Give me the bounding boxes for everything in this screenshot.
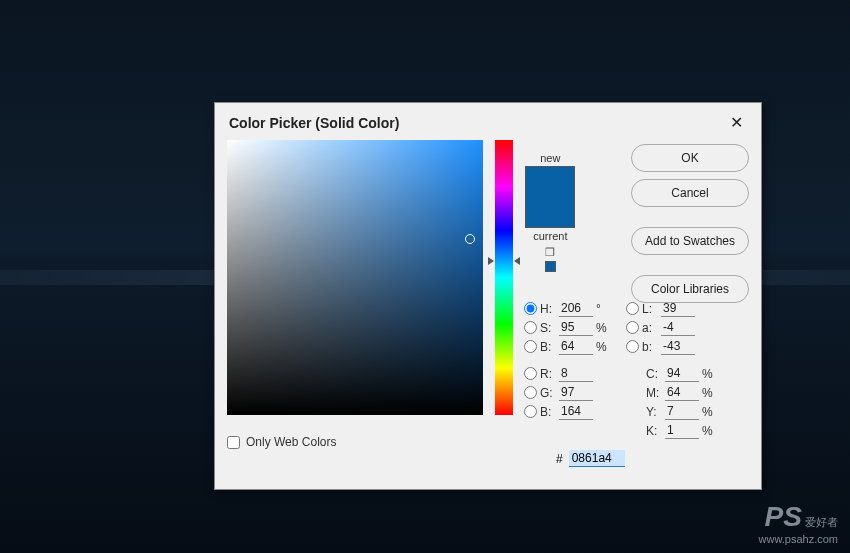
g-radio[interactable] — [524, 386, 537, 399]
c-input[interactable] — [665, 365, 699, 382]
b-input[interactable] — [661, 338, 695, 355]
c-field[interactable]: C:% — [626, 365, 742, 382]
r-field[interactable]: R: — [524, 365, 626, 382]
new-label: new — [540, 152, 560, 164]
l-radio[interactable] — [626, 302, 639, 315]
color-libraries-button[interactable]: Color Libraries — [631, 275, 749, 303]
swatch-current[interactable] — [526, 197, 574, 227]
swatch-preview — [525, 166, 575, 228]
watermark-logo: PS — [765, 501, 802, 532]
a-field[interactable]: a: — [626, 319, 742, 336]
cancel-button[interactable]: Cancel — [631, 179, 749, 207]
hue-field[interactable]: H:° — [524, 300, 626, 317]
a-radio[interactable] — [626, 321, 639, 334]
g-field[interactable]: G: — [524, 384, 626, 401]
hash-label: # — [556, 452, 563, 466]
k-input[interactable] — [665, 422, 699, 439]
l-field[interactable]: L: — [626, 300, 742, 317]
hue-input[interactable] — [559, 300, 593, 317]
only-web-checkbox-input[interactable] — [227, 436, 240, 449]
hue-slider[interactable] — [495, 140, 513, 415]
websafe-swatch[interactable] — [545, 261, 556, 272]
b-radio[interactable] — [626, 340, 639, 353]
saturation-brightness-field[interactable] — [227, 140, 483, 415]
only-web-colors-checkbox[interactable]: Only Web Colors — [227, 435, 513, 449]
r-input[interactable] — [559, 365, 593, 382]
b-field[interactable]: b: — [626, 338, 742, 355]
watermark-url: www.psahz.com — [759, 533, 838, 545]
current-label: current — [533, 230, 567, 242]
m-field[interactable]: M:% — [626, 384, 742, 401]
cube-icon[interactable]: ❒ — [545, 246, 555, 259]
color-value-fields: H:° L: S:% a: B:% b: R: C:% G: M:% B: Y:… — [524, 300, 749, 439]
dialog-title: Color Picker (Solid Color) — [229, 115, 399, 131]
add-to-swatches-button[interactable]: Add to Swatches — [631, 227, 749, 255]
l-input[interactable] — [661, 300, 695, 317]
sat-radio[interactable] — [524, 321, 537, 334]
only-web-label: Only Web Colors — [246, 435, 336, 449]
m-input[interactable] — [665, 384, 699, 401]
hex-field[interactable]: # — [556, 450, 625, 467]
g-input[interactable] — [559, 384, 593, 401]
bright-field[interactable]: B:% — [524, 338, 626, 355]
picker-row — [227, 140, 513, 415]
hue-radio[interactable] — [524, 302, 537, 315]
blue-field[interactable]: B: — [524, 403, 626, 420]
y-field[interactable]: Y:% — [626, 403, 742, 420]
bright-input[interactable] — [559, 338, 593, 355]
sb-marker — [465, 234, 475, 244]
k-field[interactable]: K:% — [626, 422, 742, 439]
sat-field[interactable]: S:% — [524, 319, 626, 336]
r-radio[interactable] — [524, 367, 537, 380]
sat-input[interactable] — [559, 319, 593, 336]
bright-radio[interactable] — [524, 340, 537, 353]
picker-left-column: Only Web Colors — [227, 140, 513, 449]
ok-button[interactable]: OK — [631, 144, 749, 172]
y-input[interactable] — [665, 403, 699, 420]
blue-input[interactable] — [559, 403, 593, 420]
swatch-new — [526, 167, 574, 197]
hex-input[interactable] — [569, 450, 625, 467]
titlebar: Color Picker (Solid Color) ✕ — [215, 103, 761, 140]
a-input[interactable] — [661, 319, 695, 336]
close-icon[interactable]: ✕ — [726, 113, 747, 132]
watermark-text1: 爱好者 — [805, 516, 838, 528]
hue-indicator — [488, 257, 520, 265]
blue-radio[interactable] — [524, 405, 537, 418]
watermark: PS 爱好者 www.psahz.com — [759, 501, 838, 545]
